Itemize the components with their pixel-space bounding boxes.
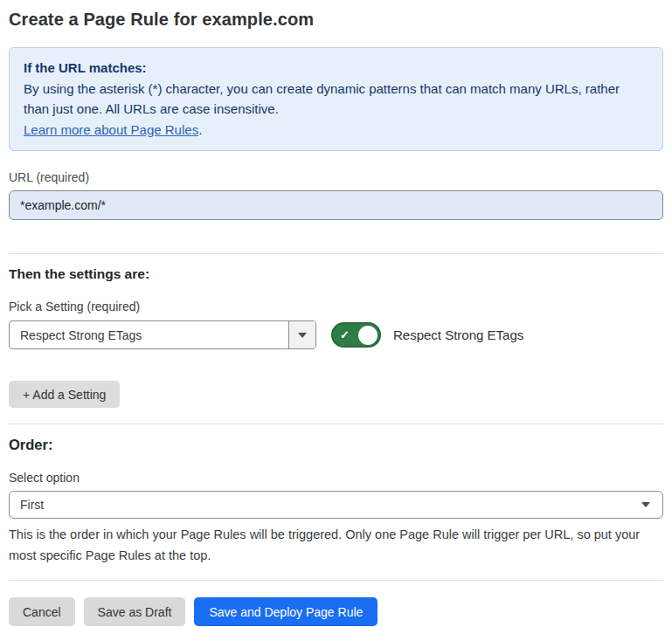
order-help-text: This is the order in which your Page Rul… [9, 524, 663, 566]
add-setting-button[interactable]: + Add a Setting [9, 381, 120, 408]
save-draft-button[interactable]: Save as Draft [84, 597, 186, 626]
order-select[interactable]: First [9, 491, 663, 519]
chevron-down-icon[interactable] [288, 321, 315, 348]
form-actions: Cancel Save as Draft Save and Deploy Pag… [9, 597, 663, 626]
caret-shape [298, 333, 307, 338]
order-select-value: First [20, 498, 44, 512]
link-suffix: . [198, 122, 202, 137]
divider [9, 424, 663, 424]
url-input[interactable] [9, 190, 663, 220]
page-rule-form: Create a Page Rule for example.com If th… [0, 0, 672, 626]
cancel-button[interactable]: Cancel [9, 597, 75, 626]
learn-more-link[interactable]: Learn more about Page Rules [24, 122, 198, 137]
setting-select-value: Respect Strong ETags [10, 321, 288, 348]
setting-picker-label: Pick a Setting (required) [9, 300, 663, 314]
setting-row: Respect Strong ETags ✓ Respect Strong ET… [9, 320, 663, 349]
chevron-down-icon [641, 502, 650, 507]
order-section-heading: Order: [9, 437, 663, 453]
toggle-knob [358, 326, 378, 345]
page-title: Create a Page Rule for example.com [9, 10, 663, 30]
info-box-body: By using the asterisk (*) character, you… [24, 79, 648, 120]
info-box-link-line: Learn more about Page Rules. [24, 122, 202, 137]
order-select-label: Select option [9, 471, 663, 485]
settings-section-heading: Then the settings are: [9, 266, 663, 282]
divider [9, 580, 663, 581]
divider [9, 253, 663, 254]
save-deploy-button[interactable]: Save and Deploy Page Rule [194, 597, 378, 626]
toggle-label: Respect Strong ETags [393, 327, 523, 342]
url-field-label: URL (required) [9, 170, 663, 184]
setting-select[interactable]: Respect Strong ETags [9, 320, 316, 349]
url-match-info-box: If the URL matches: By using the asteris… [9, 47, 663, 151]
check-icon: ✓ [340, 329, 350, 341]
respect-strong-etags-toggle[interactable]: ✓ [331, 322, 381, 348]
info-box-heading: If the URL matches: [24, 58, 648, 79]
